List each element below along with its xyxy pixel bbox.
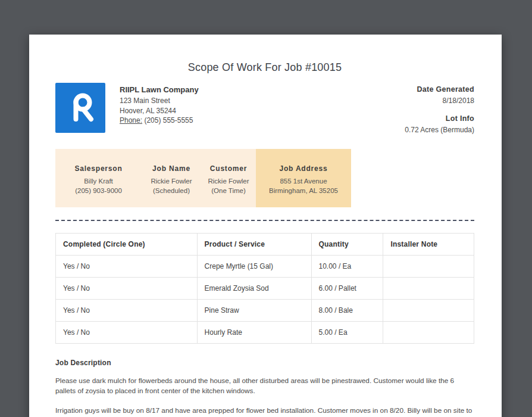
cell-installer-note [383,322,474,344]
cell-installer-note [383,278,474,300]
cell-installer-note [383,256,474,278]
company-info: RIIPL Lawn Company 123 Main Street Hoove… [120,83,199,126]
company-address-line1: 123 Main Street [120,96,199,106]
col-header-quantity: Quantity [311,234,383,256]
cell-completed: Yes / No [56,300,198,322]
lot-info-group: Lot Info 0.72 Acres (Bermuda) [405,114,474,135]
job-address-street: 855 1st Avenue [256,176,351,186]
customer-label: Customer [201,164,256,173]
job-address-city: Birmingham, AL 35205 [256,186,351,195]
salesperson-label: Salesperson [55,164,142,173]
lot-info-label: Lot Info [405,114,474,123]
table-row: Yes / No Pine Straw 8.00 / Bale [56,300,474,322]
cell-quantity: 10.00 / Ea [311,256,383,278]
job-description-heading: Job Description [55,359,474,367]
document-page: Scope Of Work For Job #10015 RIIPL Lawn … [29,35,502,417]
cell-quantity: 6.00 / Pallet [311,278,383,300]
document-meta: Date Generated 8/18/2018 Lot Info 0.72 A… [405,83,474,135]
table-row: Yes / No Emerald Zoysia Sod 6.00 / Palle… [56,278,474,300]
company-name: RIIPL Lawn Company [120,85,199,95]
cell-completed: Yes / No [56,278,198,300]
cell-product: Hourly Rate [197,322,311,344]
scope-of-work-table: Completed (Circle One) Product / Service… [55,233,474,344]
col-header-installer-note: Installer Note [383,234,474,256]
col-header-completed: Completed (Circle One) [56,234,198,256]
cell-product: Pine Straw [197,300,311,322]
salesperson-name: Billy Kraft [55,176,142,186]
customer-name: Rickie Fowler [201,176,256,186]
table-header-row: Completed (Circle One) Product / Service… [56,234,474,256]
dashed-divider [55,220,474,221]
phone-number: (205) 555-5555 [144,116,193,125]
job-info-job-name: Job Name Rickie Fowler (Scheduled) [142,149,201,207]
date-generated-group: Date Generated 8/18/2018 [405,85,474,105]
date-generated-label: Date Generated [405,85,474,94]
lot-info-value: 0.72 Acres (Bermuda) [405,125,474,135]
document-header: RIIPL Lawn Company 123 Main Street Hoove… [55,83,474,135]
date-generated-value: 8/18/2018 [405,96,474,105]
job-address-label: Job Address [256,164,351,173]
cell-completed: Yes / No [56,322,198,344]
cell-product: Emerald Zoysia Sod [197,278,311,300]
job-info-job-address: Job Address 855 1st Avenue Birmingham, A… [256,149,351,207]
customer-type: (One Time) [201,186,256,195]
cell-quantity: 8.00 / Bale [311,300,383,322]
job-description-paragraph: Please use dark mulch for flowerbeds aro… [55,376,474,396]
table-row: Yes / No Hourly Rate 5.00 / Ea [56,322,474,344]
job-name-status: (Scheduled) [142,186,201,195]
cell-completed: Yes / No [56,256,198,278]
col-header-product: Product / Service [197,234,311,256]
company-address-line2: Hoover, AL 35244 [120,106,199,116]
job-info-salesperson: Salesperson Billy Kraft (205) 903-9000 [55,149,142,207]
app-background: { "page": { "title": "Scope Of Work For … [0,0,532,417]
job-description-paragraph: Irrigation guys will be buy on 8/17 and … [55,406,474,417]
cell-product: Crepe Myrtle (15 Gal) [197,256,311,278]
page-title: Scope Of Work For Job #10015 [55,61,474,74]
cell-installer-note [383,300,474,322]
table-row: Yes / No Crepe Myrtle (15 Gal) 10.00 / E… [56,256,474,278]
job-name-value: Rickie Fowler [142,176,201,186]
job-info-customer: Customer Rickie Fowler (One Time) [201,149,256,207]
company-logo [55,83,105,133]
riipl-r-icon [55,83,105,133]
job-name-label: Job Name [142,164,201,173]
job-info-bar: Salesperson Billy Kraft (205) 903-9000 J… [55,149,351,207]
cell-quantity: 5.00 / Ea [311,322,383,344]
phone-label: Phone: [120,116,142,125]
company-phone: Phone: (205) 555-5555 [120,116,199,126]
salesperson-phone: (205) 903-9000 [55,186,142,195]
